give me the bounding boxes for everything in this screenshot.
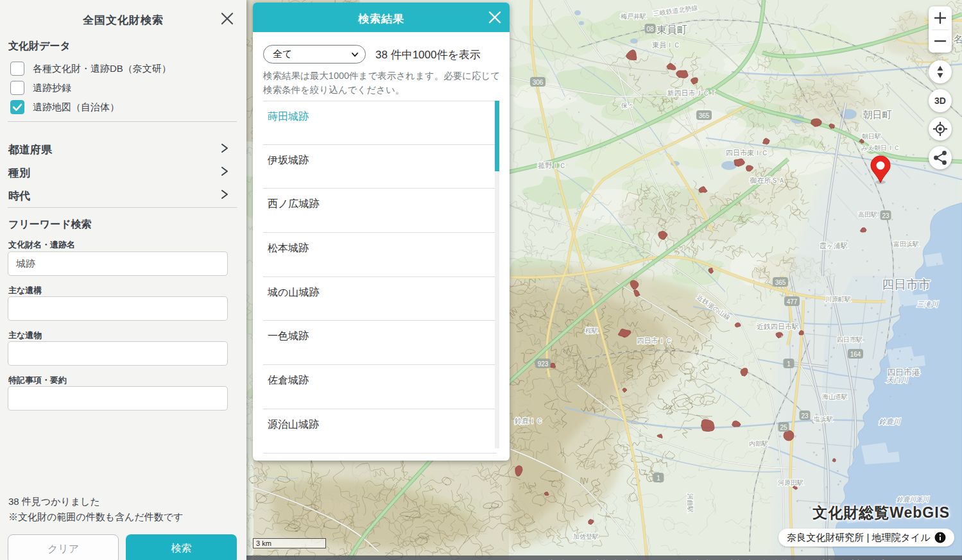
svg-text:365: 365	[775, 279, 786, 286]
svg-text:306: 306	[533, 79, 544, 86]
svg-text:四日市ＩＣ: 四日市ＩＣ	[637, 337, 673, 344]
svg-text:朝日町: 朝日町	[863, 109, 892, 120]
svg-text:477: 477	[787, 298, 798, 305]
svg-text:25: 25	[780, 424, 787, 431]
svg-text:天白川: 天白川	[887, 376, 909, 384]
svg-text:川原町駅: 川原町駅	[825, 296, 851, 303]
svg-text:1: 1	[657, 475, 660, 482]
svg-text:みえ朝日ＩＣ: みえ朝日ＩＣ	[861, 144, 900, 151]
svg-text:164: 164	[850, 351, 861, 358]
svg-text:河原田駅: 河原田駅	[778, 479, 803, 486]
svg-text:鈴鹿川: 鈴鹿川	[879, 418, 901, 425]
svg-text:鈴鹿川派川: 鈴鹿川派川	[897, 496, 929, 503]
svg-text:三滝川: 三滝川	[917, 300, 939, 308]
svg-text:霞ヶ浦駅: 霞ヶ浦駅	[820, 242, 848, 250]
svg-text:富田浜駅: 富田浜駅	[893, 241, 919, 248]
svg-text:3D: 3D	[934, 96, 946, 106]
svg-text:御在所ＳＡ: 御在所ＳＡ	[750, 176, 786, 184]
svg-text:923: 923	[538, 361, 549, 368]
svg-text:鈴鹿ＩＣ: 鈴鹿ＩＣ	[515, 417, 543, 425]
svg-text:四日市東ＩＣ: 四日市東ＩＣ	[726, 149, 768, 157]
svg-text:梅戸井駅: 梅戸井駅	[620, 13, 646, 20]
svg-text:23: 23	[801, 412, 809, 420]
svg-text:塩浜駅: 塩浜駅	[813, 416, 833, 423]
svg-text:高田駅: 高田駅	[858, 211, 877, 218]
svg-text:朝日駅: 朝日駅	[862, 133, 881, 140]
svg-text:内部駅: 内部駅	[749, 440, 768, 447]
svg-text:菰野ＩＣ: 菰野ＩＣ	[538, 162, 566, 169]
svg-text:桜駅: 桜駅	[585, 327, 598, 334]
svg-text:08: 08	[646, 26, 654, 33]
svg-text:東員町: 東員町	[657, 24, 687, 35]
svg-text:名: 名	[954, 33, 962, 44]
svg-text:河曲駅: 河曲駅	[687, 493, 694, 513]
svg-text:23: 23	[882, 212, 889, 219]
svg-text:海山道駅: 海山道駅	[822, 393, 848, 400]
svg-text:四日市駅: 四日市駅	[837, 336, 863, 343]
svg-text:加佐登駅: 加佐登駅	[573, 533, 599, 540]
svg-text:新四日市ＪＣＴ: 新四日市ＪＣＴ	[667, 89, 717, 97]
svg-text:1: 1	[787, 361, 791, 368]
svg-text:東員ＩＣ: 東員ＩＣ	[652, 41, 680, 49]
svg-text:四日市市: 四日市市	[882, 278, 931, 291]
svg-text:近鉄四日市駅: 近鉄四日市駅	[757, 323, 799, 330]
svg-text:保々: 保々	[621, 102, 634, 109]
svg-text:365: 365	[699, 112, 710, 119]
